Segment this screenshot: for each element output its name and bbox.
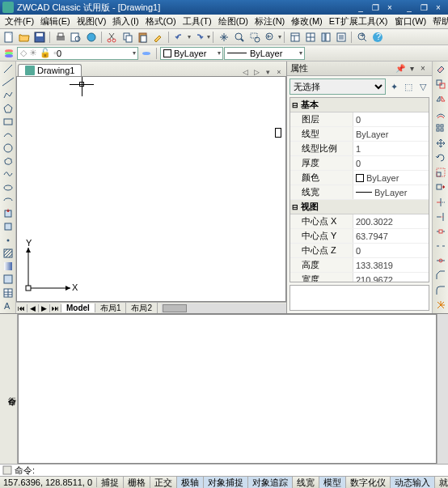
rotate-icon[interactable] <box>433 151 448 164</box>
paste-button[interactable] <box>136 30 150 45</box>
select-objects-button[interactable]: ⬚ <box>402 80 415 93</box>
pline-icon[interactable] <box>2 90 15 101</box>
menu-item[interactable]: 视图(V) <box>74 15 110 28</box>
minimize-button[interactable]: _ <box>402 2 416 13</box>
zoom-prev-button[interactable] <box>263 30 277 45</box>
property-grid[interactable]: 基本 图层0 线型ByLayer 线型比例1 厚度0 颜色ByLayer 线宽B… <box>290 97 429 282</box>
status-toggle[interactable]: 极轴 <box>177 477 204 489</box>
join-icon[interactable] <box>433 254 448 267</box>
menu-item[interactable]: 编辑(E) <box>37 15 74 28</box>
rectangle-icon[interactable] <box>2 116 15 127</box>
polygon-icon[interactable] <box>2 103 15 114</box>
linetype-select[interactable]: ByLayer <box>224 47 305 60</box>
cut-button[interactable] <box>105 30 120 45</box>
status-toggle[interactable]: 数字化仪 <box>346 477 391 489</box>
command-line[interactable]: 命令: <box>0 464 448 476</box>
sheet-next-button[interactable]: ▶ <box>39 304 50 312</box>
menu-item[interactable]: 绘图(D) <box>215 15 251 28</box>
zoom-button[interactable] <box>232 30 247 45</box>
status-toggle[interactable]: 对象捕捉 <box>204 477 248 489</box>
command-history[interactable] <box>18 314 437 464</box>
circle-icon[interactable] <box>2 142 15 154</box>
undo-button[interactable] <box>172 30 187 45</box>
status-toggle[interactable]: 对象追踪 <box>248 477 293 489</box>
sheet-first-button[interactable]: ⏮ <box>16 304 27 312</box>
new-button[interactable] <box>2 30 16 45</box>
scale-icon[interactable] <box>433 166 448 179</box>
maximize-button[interactable]: ❐ <box>416 2 431 13</box>
print-button[interactable] <box>53 30 68 45</box>
mtext-icon[interactable]: A <box>2 300 15 312</box>
status-toggle[interactable]: 线宽 <box>293 477 319 489</box>
spline-icon[interactable] <box>2 168 15 180</box>
preview-button[interactable] <box>69 30 83 45</box>
menu-item[interactable]: ET扩展工具(X) <box>326 15 391 28</box>
panel-menu-button[interactable]: ▾ <box>406 64 417 73</box>
line-icon[interactable] <box>2 63 15 74</box>
design-center-button[interactable] <box>303 30 318 45</box>
panel-close-button[interactable]: × <box>417 64 429 73</box>
layer-prev-button[interactable] <box>139 46 154 61</box>
menu-item[interactable]: 修改(M) <box>288 15 326 28</box>
sheet-last-button[interactable]: ⏭ <box>50 304 61 312</box>
copy-obj-icon[interactable] <box>433 78 448 91</box>
trim-icon[interactable] <box>433 196 448 209</box>
status-toggle[interactable]: 就绪 <box>435 477 448 489</box>
break-point-icon[interactable] <box>433 225 448 238</box>
zoom-window-button[interactable] <box>247 30 262 45</box>
tab-next-button[interactable]: ▷ <box>251 68 262 76</box>
mirror-icon[interactable] <box>433 92 448 105</box>
revcloud-icon[interactable] <box>2 155 15 167</box>
category-view[interactable]: 视图 <box>290 200 429 214</box>
arc-icon[interactable] <box>2 129 15 140</box>
status-toggle[interactable]: 捕捉 <box>97 477 124 489</box>
menu-item[interactable]: 工具(T) <box>180 15 215 28</box>
publish-button[interactable] <box>84 30 99 45</box>
color-select[interactable]: ByLayer <box>160 47 223 60</box>
close-button[interactable]: × <box>431 2 446 13</box>
erase-icon[interactable] <box>433 63 448 76</box>
menu-item[interactable]: 帮助(H) <box>429 15 448 28</box>
properties-button[interactable] <box>288 30 302 45</box>
pan-button[interactable] <box>217 30 231 45</box>
menu-item[interactable]: 文件(F) <box>2 15 37 28</box>
status-toggle[interactable]: 动态输入 <box>391 477 435 489</box>
model-tab[interactable]: Model <box>61 303 95 312</box>
move-icon[interactable] <box>433 137 448 150</box>
menu-item[interactable]: 插入(I) <box>109 15 142 28</box>
tab-menu-button[interactable]: ▾ <box>262 68 273 76</box>
status-toggle[interactable]: 模型 <box>319 477 346 489</box>
ellipse-icon[interactable] <box>2 181 15 193</box>
sheet-prev-button[interactable]: ◀ <box>27 304 39 312</box>
drawing-canvas[interactable]: X Y <box>16 76 286 302</box>
h-scrollbar[interactable] <box>161 303 286 313</box>
tab-close-button[interactable]: × <box>273 68 285 76</box>
stretch-icon[interactable] <box>433 180 448 193</box>
gradient-icon[interactable] <box>2 261 15 272</box>
save-button[interactable] <box>32 30 47 45</box>
offset-icon[interactable] <box>433 108 448 121</box>
command-scrollbar[interactable] <box>437 314 448 464</box>
document-tab[interactable]: Drawing1 <box>18 64 82 76</box>
xline-icon[interactable] <box>2 76 15 87</box>
maximize-child-button[interactable]: ❐ <box>368 2 382 13</box>
zoom-extents-button[interactable]: + <box>355 30 370 45</box>
insert-block-icon[interactable] <box>2 208 15 219</box>
category-basic[interactable]: 基本 <box>290 98 429 112</box>
tool-palettes-button[interactable] <box>319 30 333 45</box>
fillet-icon[interactable] <box>433 284 448 297</box>
menu-item[interactable]: 格式(O) <box>142 15 180 28</box>
status-toggle[interactable]: 正交 <box>150 477 177 489</box>
layer-manager-button[interactable] <box>2 46 16 61</box>
point-icon[interactable] <box>2 234 15 245</box>
region-icon[interactable] <box>2 274 15 285</box>
toggle-pim-button[interactable]: ✦ <box>387 80 400 93</box>
match-props-button[interactable] <box>151 30 166 45</box>
menu-item[interactable]: 标注(N) <box>251 15 288 28</box>
layout2-tab[interactable]: 布局2 <box>126 303 158 314</box>
sheet-set-button[interactable] <box>334 30 349 45</box>
status-toggle[interactable]: 栅格 <box>124 477 150 489</box>
open-button[interactable] <box>17 30 32 45</box>
copy-button[interactable] <box>120 30 135 45</box>
table-icon[interactable] <box>2 287 15 299</box>
